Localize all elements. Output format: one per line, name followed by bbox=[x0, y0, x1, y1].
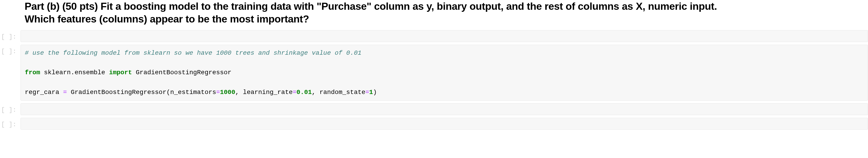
markdown-heading: Part (b) (50 pts) Fit a boosting model t… bbox=[0, 0, 868, 30]
cell-prompt: [ ]: bbox=[0, 103, 21, 115]
assign-operator: = bbox=[63, 89, 67, 96]
notebook-container: Part (b) (50 pts) Fit a boosting model t… bbox=[0, 0, 868, 130]
kw-import: import bbox=[109, 69, 132, 76]
close-paren: ) bbox=[373, 89, 377, 96]
heading-line2: Which features (columns) appear to be th… bbox=[25, 13, 309, 25]
cell-prompt: [ ]: bbox=[0, 45, 21, 101]
code-cell-1: [ ]: bbox=[0, 30, 868, 42]
import-identifier: GradientBoostingRegressor bbox=[132, 69, 231, 76]
code-input-empty[interactable] bbox=[21, 103, 868, 115]
param-value: 1000 bbox=[220, 89, 235, 96]
param-name: n_estimators bbox=[170, 89, 216, 96]
module-name: sklearn.ensemble bbox=[40, 69, 109, 76]
param-eq: = bbox=[216, 89, 220, 96]
code-cell-2: [ ]: # use the following model from skle… bbox=[0, 45, 868, 101]
param-value: 1 bbox=[369, 89, 373, 96]
param-eq: = bbox=[292, 89, 297, 96]
code-cell-4: [ ]: bbox=[0, 118, 868, 130]
cell-prompt: [ ]: bbox=[0, 30, 21, 42]
blank-line bbox=[25, 58, 864, 68]
param-value: 0.01 bbox=[297, 89, 312, 96]
code-input-main[interactable]: # use the following model from sklearn s… bbox=[21, 45, 868, 101]
comma: , bbox=[235, 89, 243, 96]
cell-prompt: [ ]: bbox=[0, 118, 21, 130]
var-name: regr_cara bbox=[25, 89, 63, 96]
code-comment: # use the following model from sklearn s… bbox=[25, 49, 362, 56]
code-input-empty[interactable] bbox=[21, 118, 868, 130]
param-name: learning_rate bbox=[243, 89, 292, 96]
heading-line1: Part (b) (50 pts) Fit a boosting model t… bbox=[25, 0, 717, 12]
param-eq: = bbox=[366, 89, 369, 96]
kw-from: from bbox=[25, 69, 40, 76]
blank-line bbox=[25, 78, 864, 87]
code-input-empty[interactable] bbox=[21, 30, 868, 42]
comma: , bbox=[312, 89, 319, 96]
param-name: random_state bbox=[319, 89, 366, 96]
class-call: GradientBoostingRegressor bbox=[71, 89, 166, 96]
space bbox=[67, 89, 71, 96]
open-paren: ( bbox=[166, 89, 170, 96]
code-cell-3: [ ]: bbox=[0, 103, 868, 115]
